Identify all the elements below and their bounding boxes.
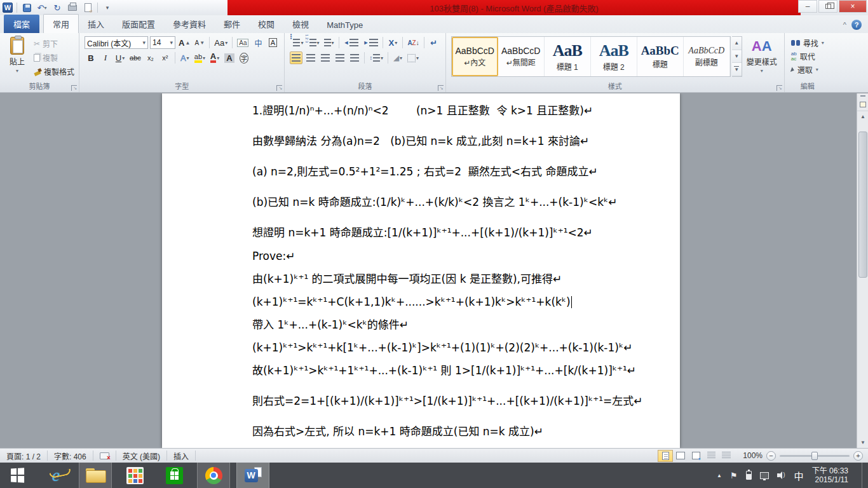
help-button[interactable]: ? [851,20,862,30]
collapse-ribbon-button[interactable]: ^ [843,21,846,29]
style-no-spacing[interactable]: AaBbCcD ↵無間距 [498,37,545,76]
taskbar-windows-store[interactable] [158,463,191,488]
zoom-level[interactable]: 100% [743,451,763,460]
replace-button[interactable]: abac 取代 [791,51,824,62]
taskbar-clock[interactable]: 下午 06:33 2015/1/11 [812,466,853,484]
justify-button[interactable] [334,51,346,64]
paste-button[interactable]: 貼上 ▾ [3,35,32,81]
line-spacing-button[interactable]: ↕▾ [368,51,384,64]
customize-qat-button[interactable]: ▾ [102,2,113,13]
vertical-scrollbar[interactable]: ▲ ▼ [857,93,868,448]
gallery-scroll-down-button[interactable]: ▼ [732,50,742,64]
italic-button[interactable]: I [99,51,112,64]
font-size-combo[interactable]: 14▾ [150,36,175,49]
outline-view-button[interactable] [703,450,719,462]
superscript-button[interactable]: x² [159,51,172,64]
gallery-scroll-up-button[interactable]: ▲ [732,37,742,50]
tab-insert[interactable]: 插入 [79,15,113,33]
cut-button[interactable]: ✂剪下 [32,37,76,50]
bold-button[interactable]: B [85,51,97,64]
show-desktop-button[interactable] [862,463,865,488]
ime-indicator[interactable]: 中 [794,469,804,482]
restore-button[interactable] [818,0,837,13]
taskbar-word[interactable]: W [236,463,269,488]
volume-icon[interactable]: ) [777,471,786,479]
clipboard-dialog-launcher[interactable]: ↘ [71,85,77,91]
zoom-in-button[interactable]: + [853,451,863,461]
tab-home[interactable]: 常用 [43,14,79,33]
borders-button[interactable]: ▾ [406,51,420,64]
paragraph-dialog-launcher[interactable]: ↘ [438,85,444,91]
enclose-characters-button[interactable]: 字 [238,51,250,64]
align-right-button[interactable] [319,51,332,64]
action-center-flag-icon[interactable]: ⚑ [730,471,738,480]
web-layout-view-button[interactable] [688,450,703,462]
style-subtitle[interactable]: AaBbCcD 副標題 [684,37,730,76]
tab-view[interactable]: 檢視 [283,15,318,33]
strikethrough-button[interactable]: abc [128,51,142,64]
start-button[interactable] [0,463,34,488]
bullets-button[interactable]: ▾ [290,36,304,49]
taskbar-apps-view[interactable] [118,463,151,488]
distributed-button[interactable] [348,51,361,64]
print-preview-button[interactable] [82,2,93,13]
scrollbar-thumb[interactable] [858,132,867,278]
split-window-handle[interactable] [857,93,868,98]
align-left-button[interactable] [290,51,302,64]
font-color-button[interactable]: A▾ [208,51,221,64]
quick-print-button[interactable] [67,2,78,13]
shrink-font-button[interactable]: A▼ [193,36,206,49]
taskbar-file-explorer[interactable] [79,463,112,488]
increase-indent-button[interactable]: ► [362,36,379,49]
tab-references[interactable]: 參考資料 [164,15,215,33]
scroll-down-button[interactable]: ▼ [857,437,868,448]
style-heading1[interactable]: AaB 標題 1 [545,37,591,76]
tab-mailings[interactable]: 郵件 [215,15,249,33]
font-family-combo[interactable]: Calibri (本文)▾ [85,36,148,49]
minimize-button[interactable]: – [798,0,817,13]
language-indicator[interactable]: 英文 (美國) [116,451,167,461]
undo-button[interactable]: ↶▾ [36,2,48,13]
underline-button[interactable]: U▾ [114,51,126,64]
draft-view-button[interactable] [719,450,734,462]
proofing-errors-button[interactable] [93,451,116,461]
taskbar-chrome[interactable] [197,463,230,488]
decrease-indent-button[interactable]: ◄ [342,36,360,49]
numbering-button[interactable]: ▾ [307,36,321,49]
style-normal[interactable]: AaBbCcD ↵內文 [452,37,498,76]
change-case-button[interactable]: Aa▾ [213,36,229,49]
save-button[interactable] [21,2,32,13]
print-layout-view-button[interactable] [658,450,673,462]
show-formatting-marks-button[interactable]: ↵ [428,36,440,49]
format-painter-button[interactable]: 複製格式 [32,65,76,78]
tab-review[interactable]: 校閱 [249,15,283,33]
grow-font-button[interactable]: A▲ [177,36,191,49]
redo-button[interactable]: ↻ [51,2,63,13]
show-hidden-icons-button[interactable]: ▲ [717,473,722,478]
subscript-button[interactable]: x₂ [144,51,157,64]
zoom-out-button[interactable]: − [766,451,776,461]
tab-page-layout[interactable]: 版面配置 [113,15,164,33]
zoom-slider-thumb[interactable] [811,452,818,460]
find-button[interactable]: 尋找 ▾ [791,37,824,48]
insert-mode-indicator[interactable]: 插入 [167,451,196,461]
page-count[interactable]: 頁面: 1 / 2 [0,451,48,461]
styles-dialog-launcher[interactable]: ↘ [776,85,782,91]
select-button[interactable]: 選取 ▾ [791,64,824,75]
sort-button[interactable]: AZ↓ [406,36,420,49]
shading-button[interactable]: ◢▾ [391,51,404,64]
battery-icon[interactable] [746,471,752,480]
taskbar-internet-explorer[interactable]: e [39,463,72,488]
asian-layout-button[interactable]: X▾ [386,36,399,49]
scroll-up-button[interactable]: ▲ [857,111,868,122]
align-center-button[interactable] [304,51,317,64]
full-screen-reading-view-button[interactable] [673,450,688,462]
highlight-button[interactable]: ab▾ [193,51,207,64]
document-page[interactable]: 1.證明(1/n)ⁿ+...+(n/n)ⁿ<2 (n>1 且正整數 令 k>1 … [162,93,680,448]
font-dialog-launcher[interactable]: ↘ [276,85,282,91]
tab-file[interactable]: 檔案 [4,15,39,33]
network-icon[interactable] [760,472,769,479]
character-border-button[interactable]: A [266,36,279,49]
change-styles-button[interactable]: AA 變更樣式 ▾ [743,36,780,74]
gallery-more-button[interactable]: ▼ [732,63,742,76]
